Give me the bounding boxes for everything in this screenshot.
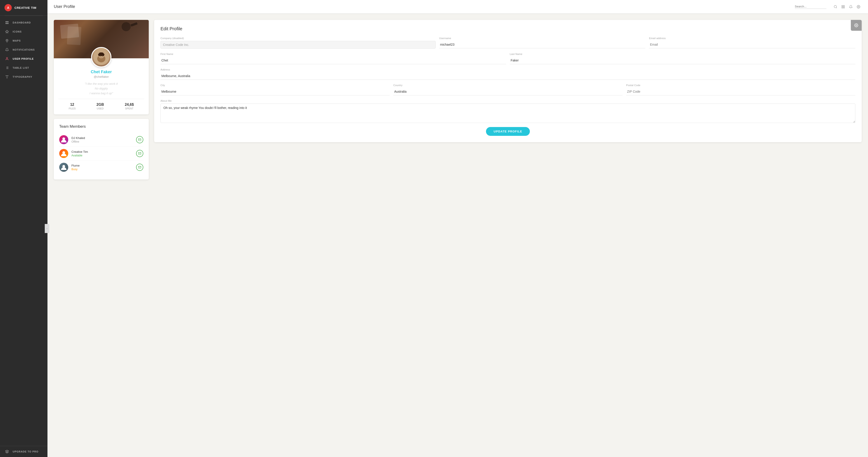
form-row-1: Company (disabled) Username Email addres… xyxy=(160,37,855,49)
country-group: Country xyxy=(393,84,622,95)
address-input[interactable] xyxy=(160,72,855,80)
username-group: Username xyxy=(439,37,646,49)
sidebar-collapse-button[interactable]: ‹ xyxy=(45,224,49,233)
stat-files: 12 Files xyxy=(69,102,76,110)
sidebar: A CREATIVE TIM DASHBOARD ICONS MAPS xyxy=(0,0,48,457)
email-input[interactable] xyxy=(649,41,855,49)
settings-icon[interactable] xyxy=(855,4,862,10)
email-group: Email address xyxy=(649,37,855,49)
stat-files-label: Files xyxy=(69,107,76,110)
svg-point-28 xyxy=(102,55,103,57)
icons-icon xyxy=(4,30,9,33)
stat-spent-label: Spent xyxy=(125,107,134,110)
member-avatar-flume xyxy=(59,163,68,172)
username-label: Username xyxy=(439,37,646,39)
svg-rect-19 xyxy=(842,7,843,8)
lastname-input[interactable] xyxy=(510,57,855,64)
address-group: Address xyxy=(160,68,855,80)
svg-rect-0 xyxy=(6,21,7,22)
city-label: City xyxy=(160,84,390,87)
postal-group: Postal Code xyxy=(626,84,855,95)
sidebar-item-notifications[interactable]: NOTIFICATIONS xyxy=(0,45,48,54)
update-profile-button[interactable]: UPDATE PROFILE xyxy=(486,127,530,136)
aboutme-textarea[interactable]: Oh so, your weak rhyme You doubt I'll bo… xyxy=(160,103,855,123)
svg-point-5 xyxy=(6,40,7,40)
member-message-button-flume[interactable] xyxy=(136,164,143,171)
aboutme-group: About Me Oh so, your weak rhyme You doub… xyxy=(160,99,855,123)
team-member-flume: Flume Busy xyxy=(59,160,143,174)
sidebar-item-user-profile[interactable]: USER PROFILE xyxy=(0,54,48,63)
sidebar-item-label: TYPOGRAPHY xyxy=(13,75,32,78)
lastname-group: Last Name xyxy=(510,53,855,64)
sidebar-item-icons[interactable]: ICONS xyxy=(0,27,48,36)
email-label: Email address xyxy=(649,37,855,39)
svg-rect-1 xyxy=(7,21,8,22)
stat-spent: 24,6$ Spent xyxy=(125,102,134,110)
postal-label: Postal Code xyxy=(626,84,855,87)
profile-card: Chet Faker @chetfaker "I like the way yo… xyxy=(54,20,149,114)
member-name: DJ Khaled xyxy=(71,136,136,140)
form-row-4: City Country Postal Code xyxy=(160,84,855,95)
postal-input[interactable] xyxy=(626,88,855,95)
city-input[interactable] xyxy=(160,88,390,95)
notifications-icon xyxy=(4,48,9,52)
sidebar-item-maps[interactable]: MAPS xyxy=(0,36,48,45)
upgrade-label: UPGRADE TO PRO xyxy=(13,450,38,453)
table-list-icon xyxy=(4,66,9,70)
member-message-button-creative-tim[interactable] xyxy=(136,150,143,157)
maps-icon xyxy=(4,39,9,42)
sidebar-item-label: ICONS xyxy=(13,30,22,33)
gear-button[interactable] xyxy=(851,20,862,31)
member-status: Offline xyxy=(71,140,136,143)
address-label: Address xyxy=(160,68,855,71)
profile-username: @chetfaker xyxy=(54,75,149,79)
country-input[interactable] xyxy=(393,88,622,95)
dashboard-icon xyxy=(4,21,9,24)
sidebar-item-label: NOTIFICATIONS xyxy=(13,49,35,51)
username-input[interactable] xyxy=(439,41,646,49)
member-info-dj-khaled: DJ Khaled Offline xyxy=(71,136,136,143)
sidebar-item-typography[interactable]: TYPOGRAPHY xyxy=(0,72,48,81)
edit-profile-title: Edit Profile xyxy=(160,26,855,31)
profile-bio: "I like the way you work itNo diggityI w… xyxy=(58,82,144,96)
page-title: User Profile xyxy=(54,4,795,9)
header: User Profile xyxy=(48,0,868,13)
main-area: User Profile xyxy=(48,0,868,457)
left-column: Chet Faker @chetfaker "I like the way yo… xyxy=(54,20,149,179)
form-row-2: First Name Last Name xyxy=(160,53,855,64)
svg-rect-3 xyxy=(7,23,8,24)
sidebar-item-table-list[interactable]: TABLE LIST xyxy=(0,63,48,72)
svg-rect-29 xyxy=(99,53,104,55)
company-input xyxy=(160,41,436,49)
content-area: Chet Faker @chetfaker "I like the way yo… xyxy=(48,13,868,457)
right-column: Edit Profile Company (disabled) Username… xyxy=(154,20,862,142)
stat-used-value: 2GB xyxy=(96,102,104,107)
svg-rect-17 xyxy=(842,5,843,6)
team-members-card: Team Members DJ Khaled Offline xyxy=(54,119,149,179)
search-icon[interactable] xyxy=(832,4,839,10)
stat-files-value: 12 xyxy=(69,102,76,107)
notifications-bell-icon[interactable] xyxy=(848,4,854,10)
search-wrap xyxy=(795,5,827,9)
aboutme-label: About Me xyxy=(160,99,855,102)
firstname-input[interactable] xyxy=(160,57,506,64)
sidebar-nav: DASHBOARD ICONS MAPS NOTIFICATIONS USER … xyxy=(0,16,48,446)
sidebar-item-dashboard[interactable]: DASHBOARD xyxy=(0,18,48,27)
upgrade-icon xyxy=(4,450,9,453)
lastname-label: Last Name xyxy=(510,53,855,55)
company-group: Company (disabled) xyxy=(160,37,436,49)
svg-point-15 xyxy=(834,5,837,8)
sidebar-logo: A CREATIVE TIM xyxy=(0,0,48,16)
stat-used: 2GB Used xyxy=(96,102,104,110)
team-member-dj-khaled: DJ Khaled Offline xyxy=(59,133,143,147)
member-avatar-creative-tim xyxy=(59,149,68,158)
profile-name: Chet Faker xyxy=(54,70,149,74)
avatar-wrap xyxy=(54,47,149,67)
sidebar-bottom: UPGRADE TO PRO xyxy=(0,446,48,457)
logo-text: CREATIVE TIM xyxy=(14,6,36,9)
upgrade-to-pro-button[interactable]: UPGRADE TO PRO xyxy=(4,450,43,453)
grid-icon[interactable] xyxy=(840,4,846,10)
search-input[interactable] xyxy=(795,5,827,8)
member-message-button-dj-khaled[interactable] xyxy=(136,136,143,143)
profile-stats: 12 Files 2GB Used 24,6$ Spent xyxy=(54,99,149,114)
